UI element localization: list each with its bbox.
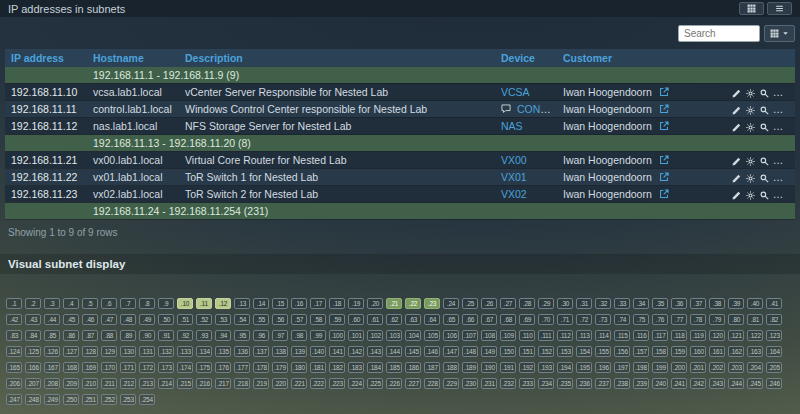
ip-box-168[interactable]: .168 [63,362,79,373]
ip-box-5[interactable]: .5 [82,298,98,309]
ip-box-113[interactable]: .113 [576,330,592,341]
ip-box-177[interactable]: .177 [234,362,250,373]
ip-box-79[interactable]: .79 [709,314,725,325]
ip-box-73[interactable]: .73 [595,314,611,325]
ip-box-129[interactable]: .129 [101,346,117,357]
ip-box-53[interactable]: .53 [215,314,231,325]
ip-box-108[interactable]: .108 [481,330,497,341]
device-link[interactable]: VX02 [501,188,527,200]
edit-button[interactable] [731,106,742,115]
ip-box-72[interactable]: .72 [576,314,592,325]
ip-box-134[interactable]: .134 [196,346,212,357]
ip-box-199[interactable]: .199 [652,362,668,373]
ip-box-111[interactable]: .111 [538,330,554,341]
settings-button[interactable] [745,191,756,200]
ip-box-115[interactable]: .115 [614,330,630,341]
ip-box-14[interactable]: .14 [253,298,269,309]
ip-box-83[interactable]: .83 [6,330,22,341]
ip-box-202[interactable]: .202 [709,362,725,373]
ip-box-147[interactable]: .147 [443,346,459,357]
ip-box-3[interactable]: .3 [44,298,60,309]
ip-box-164[interactable]: .164 [766,346,782,357]
ip-box-4[interactable]: .4 [63,298,79,309]
ip-box-33[interactable]: .33 [614,298,630,309]
ip-box-23[interactable]: .23 [424,298,440,309]
ip-box-20[interactable]: .20 [367,298,383,309]
settings-button[interactable] [745,174,756,183]
ip-box-159[interactable]: .159 [671,346,687,357]
ip-box-197[interactable]: .197 [614,362,630,373]
ip-box-122[interactable]: .122 [747,330,763,341]
ip-box-81[interactable]: .81 [747,314,763,325]
delete-button[interactable] [787,89,795,98]
ip-box-167[interactable]: .167 [44,362,60,373]
ip-box-180[interactable]: .180 [291,362,307,373]
ip-box-195[interactable]: .195 [576,362,592,373]
settings-button[interactable] [745,123,756,132]
ip-box-139[interactable]: .139 [291,346,307,357]
ip-box-144[interactable]: .144 [386,346,402,357]
ip-box-94[interactable]: .94 [215,330,231,341]
ip-box-26[interactable]: .26 [481,298,497,309]
delete-button[interactable] [787,174,795,183]
ip-box-166[interactable]: .166 [25,362,41,373]
ip-box-45[interactable]: .45 [63,314,79,325]
ip-box-211[interactable]: .211 [101,378,117,389]
ip-box-118[interactable]: .118 [671,330,687,341]
ip-box-46[interactable]: .46 [82,314,98,325]
ip-box-236[interactable]: .236 [576,378,592,389]
ip-box-124[interactable]: .124 [6,346,22,357]
ip-box-251[interactable]: .251 [82,394,98,405]
ip-box-176[interactable]: .176 [215,362,231,373]
mail-button[interactable] [773,89,784,98]
device-link[interactable]: VCSA [501,86,530,98]
ip-box-24[interactable]: .24 [443,298,459,309]
ip-box-157[interactable]: .157 [633,346,649,357]
ip-box-239[interactable]: .239 [633,378,649,389]
external-link-icon[interactable] [659,87,669,97]
mail-button[interactable] [773,123,784,132]
search-ip-button[interactable] [759,123,770,132]
ip-box-28[interactable]: .28 [519,298,535,309]
ip-box-214[interactable]: .214 [158,378,174,389]
ip-box-173[interactable]: .173 [158,362,174,373]
ip-box-203[interactable]: .203 [728,362,744,373]
ip-box-161[interactable]: .161 [709,346,725,357]
ip-box-244[interactable]: .244 [728,378,744,389]
ip-box-125[interactable]: .125 [25,346,41,357]
ip-box-12[interactable]: .12 [215,298,231,309]
ip-box-208[interactable]: .208 [44,378,60,389]
ip-box-153[interactable]: .153 [557,346,573,357]
ip-box-15[interactable]: .15 [272,298,288,309]
ip-box-95[interactable]: .95 [234,330,250,341]
ip-box-252[interactable]: .252 [101,394,117,405]
ip-box-188[interactable]: .188 [443,362,459,373]
ip-box-50[interactable]: .50 [158,314,174,325]
settings-button[interactable] [745,89,756,98]
ip-box-18[interactable]: .18 [329,298,345,309]
ip-box-52[interactable]: .52 [196,314,212,325]
external-link-icon[interactable] [659,172,669,182]
ip-box-156[interactable]: .156 [614,346,630,357]
ip-box-130[interactable]: .130 [120,346,136,357]
ip-box-165[interactable]: .165 [6,362,22,373]
ip-box-62[interactable]: .62 [386,314,402,325]
ip-box-181[interactable]: .181 [310,362,326,373]
ip-box-246[interactable]: .246 [766,378,782,389]
ip-box-131[interactable]: .131 [139,346,155,357]
ip-box-16[interactable]: .16 [291,298,307,309]
ip-box-172[interactable]: .172 [139,362,155,373]
ip-box-182[interactable]: .182 [329,362,345,373]
device-link[interactable]: NAS [501,120,523,132]
ip-box-35[interactable]: .35 [652,298,668,309]
ip-box-191[interactable]: .191 [500,362,516,373]
ip-box-150[interactable]: .150 [500,346,516,357]
ip-box-109[interactable]: .109 [500,330,516,341]
ip-box-243[interactable]: .243 [709,378,725,389]
ip-box-65[interactable]: .65 [443,314,459,325]
ip-box-137[interactable]: .137 [253,346,269,357]
ip-box-31[interactable]: .31 [576,298,592,309]
search-ip-button[interactable] [759,157,770,166]
ip-box-19[interactable]: .19 [348,298,364,309]
ip-box-41[interactable]: .41 [766,298,782,309]
